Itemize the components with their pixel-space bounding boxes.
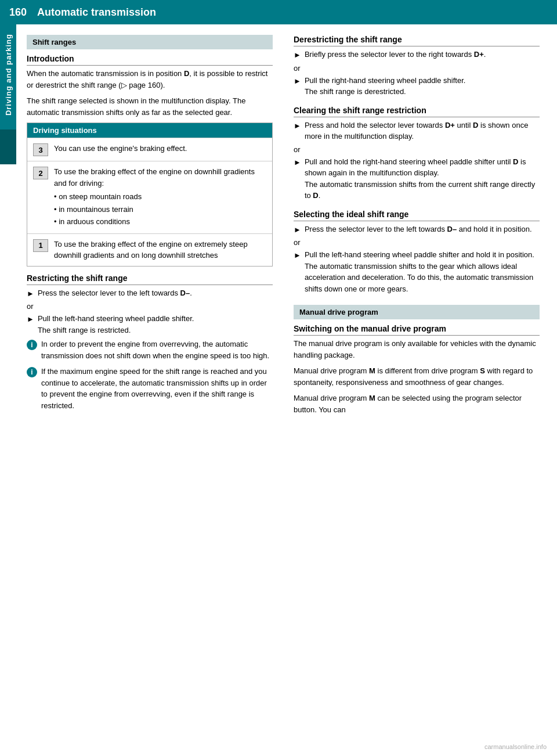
derestricting-step2-sub: The shift range is derestricted. <box>305 87 406 96</box>
gear-badge-1: 1 <box>33 239 48 252</box>
selecting-step2-sub: The automatic transmission shifts to the… <box>305 262 533 293</box>
or-text-2: or <box>294 64 540 73</box>
list-item: in arduous conditions <box>54 216 266 228</box>
arrow-icon-4: ► <box>294 75 301 87</box>
clearing-step2: ► Pull and hold the right-hand steering … <box>294 156 540 201</box>
arrow-icon-5: ► <box>294 120 301 132</box>
derestricting-step2-text: Pull the right-hand steering wheel paddl… <box>305 75 466 98</box>
side-tab: Driving and parking <box>0 24 16 164</box>
arrow-icon-1: ► <box>27 288 34 300</box>
restricting-step2-sub: The shift range is restricted. <box>38 326 131 334</box>
switching-heading: Switching on the manual drive program <box>294 324 540 336</box>
clearing-step1: ► Press and hold the selector lever towa… <box>294 120 540 142</box>
watermark: carmanualsonline.info <box>484 743 547 750</box>
info-note-1-text: In order to prevent the engine from over… <box>41 339 273 361</box>
arrow-icon-2: ► <box>27 314 34 325</box>
or-text-3: or <box>294 145 540 154</box>
table-row: 1 To use the braking effect of the engin… <box>27 233 272 266</box>
gear-1-desc: To use the braking effect of the engine … <box>54 239 266 261</box>
driving-situations-table: Driving situations 3 You can use the eng… <box>27 123 273 267</box>
side-tab-label: Driving and parking <box>2 24 15 125</box>
switching-para3: Manual drive program M can be selected u… <box>294 393 540 415</box>
restricting-step2-text: Pull the left-hand steering wheel paddle… <box>38 313 194 336</box>
intro-para2: The shift range selected is shown in the… <box>27 95 273 118</box>
selecting-step1-text: Press the selector lever to the left tow… <box>305 224 532 235</box>
info-note-1: i In order to prevent the engine from ov… <box>27 339 273 361</box>
table-row: 3 You can use the engine's braking effec… <box>27 138 272 161</box>
derestricting-heading: Derestricting the shift range <box>294 35 540 46</box>
shift-ranges-box: Shift ranges <box>27 35 273 49</box>
or-text-4: or <box>294 238 540 247</box>
table-row: 2 To use the braking effect of the engin… <box>27 161 272 233</box>
selecting-step2-text: Pull the left-hand steering wheel paddle… <box>305 249 540 294</box>
selecting-heading: Selecting the ideal shift range <box>294 210 540 221</box>
restricting-step2: ► Pull the left-hand steering wheel padd… <box>27 313 273 336</box>
list-item: in mountainous terrain <box>54 204 266 215</box>
derestricting-step1: ► Briefly press the selector lever to th… <box>294 49 540 61</box>
clearing-step2-text: Pull and hold the right-hand steering wh… <box>305 156 540 201</box>
arrow-icon-6: ► <box>294 157 301 168</box>
side-tab-accent <box>0 129 16 164</box>
restricting-step1: ► Press the selector lever to the left t… <box>27 287 273 300</box>
driving-table-header: Driving situations <box>27 123 272 138</box>
clearing-step1-text: Press and hold the selector lever toward… <box>305 120 540 142</box>
header-bar: 160 Automatic transmission <box>0 0 557 24</box>
gear-badge-2: 2 <box>33 167 48 179</box>
introduction-heading: Introduction <box>27 54 273 66</box>
switching-para2: Manual drive program M is different from… <box>294 365 540 388</box>
info-icon-1: i <box>27 340 37 350</box>
info-note-2-text: If the maximum engine speed for the shif… <box>41 366 273 411</box>
restricting-step1-text: Press the selector lever to the left tow… <box>38 287 192 299</box>
arrow-icon-8: ► <box>294 250 301 261</box>
gear-3-desc: You can use the engine's braking effect. <box>54 143 187 154</box>
derestricting-step2: ► Pull the right-hand steering wheel pad… <box>294 75 540 98</box>
arrow-icon-7: ► <box>294 224 301 236</box>
gear-2-bullets: on steep mountain roads in mountainous t… <box>54 191 266 228</box>
info-icon-2: i <box>27 367 37 377</box>
clearing-heading: Clearing the shift range restriction <box>294 106 540 117</box>
restricting-heading: Restricting the shift range <box>27 273 273 285</box>
arrow-icon-3: ► <box>294 49 301 61</box>
or-text-1: or <box>27 302 273 311</box>
header-title: Automatic transmission <box>37 6 156 19</box>
content-area: Shift ranges Introduction When the autom… <box>16 24 557 430</box>
selecting-step1: ► Press the selector lever to the left t… <box>294 224 540 236</box>
derestricting-step1-text: Briefly press the selector lever to the … <box>305 49 486 60</box>
selecting-step2: ► Pull the left-hand steering wheel padd… <box>294 249 540 294</box>
gear-badge-3: 3 <box>33 143 48 156</box>
page-number: 160 <box>9 6 27 19</box>
gear-2-desc: To use the braking effect of the engine … <box>54 166 266 229</box>
right-column: Derestricting the shift range ► Briefly … <box>283 35 550 420</box>
list-item: on steep mountain roads <box>54 191 266 203</box>
left-column: Shift ranges Introduction When the autom… <box>16 35 283 420</box>
intro-para1: When the automatic transmission is in po… <box>27 68 273 91</box>
manual-drive-box: Manual drive program <box>294 305 540 319</box>
info-note-2: i If the maximum engine speed for the sh… <box>27 366 273 411</box>
switching-para1: The manual drive program is only availab… <box>294 338 540 361</box>
